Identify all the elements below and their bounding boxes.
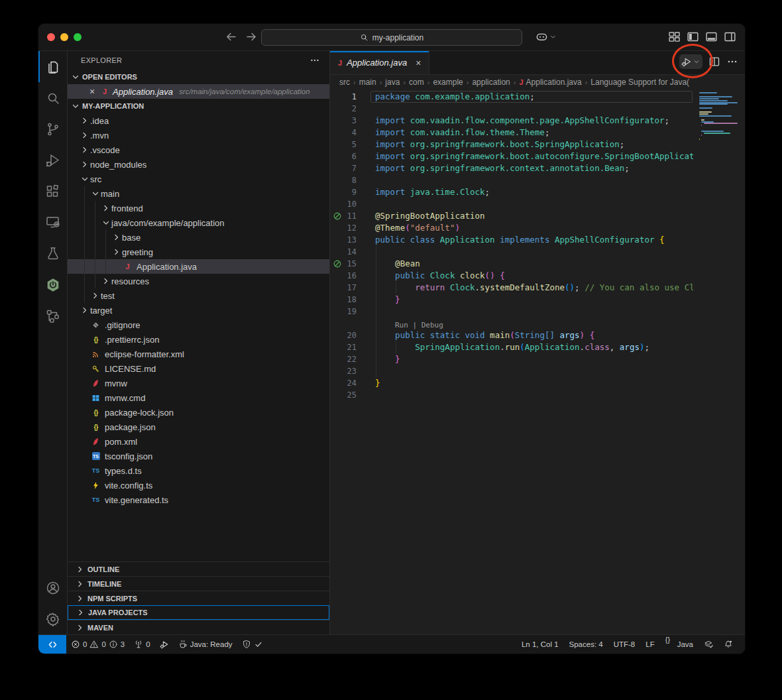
activity-item-testing[interactable] <box>38 238 67 269</box>
tree-item--prettierrc-json[interactable]: {}.prettierrc.json <box>68 332 329 347</box>
tree-item-pom-xml[interactable]: pom.xml <box>68 434 329 449</box>
back-arrow-icon[interactable] <box>225 30 237 43</box>
section-maven[interactable]: MAVEN <box>68 620 329 634</box>
cup-icon <box>178 640 188 649</box>
activity-item-explorer[interactable] <box>38 51 67 82</box>
open-editors-header[interactable]: OPEN EDITORS <box>68 70 329 84</box>
tree-item-node-modules[interactable]: node_modules <box>68 157 329 172</box>
sidebar-bottom-sections: OUTLINETIMELINENPM SCRIPTSJAVA PROJECTSM… <box>68 561 329 634</box>
activity-item-accounts[interactable] <box>38 572 67 603</box>
command-center-search[interactable]: my-application <box>261 29 522 46</box>
breadcrumb-item[interactable]: main <box>359 78 376 87</box>
tree-item-test[interactable]: test <box>68 288 329 303</box>
section-outline[interactable]: OUTLINE <box>68 561 329 576</box>
activity-item-run-and-debug[interactable] <box>38 145 67 176</box>
activity-item-project-graph[interactable] <box>38 300 67 331</box>
breadcrumb-item[interactable]: application <box>472 78 510 87</box>
tree-item-vite-config-ts[interactable]: vite.config.ts <box>68 478 329 493</box>
breadcrumb-item[interactable]: example <box>433 78 463 87</box>
status-language-mode[interactable]: {}Java <box>660 635 698 654</box>
code-line-8: 8 <box>330 174 693 186</box>
tree-item-target[interactable]: target <box>68 303 329 318</box>
tree-item-license-md[interactable]: LICENSE.md <box>68 361 329 376</box>
breadcrumb-item[interactable]: java <box>385 78 400 87</box>
search-icon <box>45 90 61 106</box>
copilot-menu[interactable] <box>535 30 557 43</box>
zoom-window-button[interactable] <box>74 33 82 41</box>
breadcrumb-item[interactable]: JApplication.java <box>519 78 581 87</box>
breadcrumb-label: com <box>409 78 424 87</box>
activity-item-extensions[interactable] <box>38 176 67 207</box>
tree-item-eclipse-formatter-xml[interactable]: eclipse-formatter.xml <box>68 347 329 361</box>
toggle-primary-sidebar-icon[interactable] <box>687 30 699 43</box>
status-formatter-status[interactable] <box>698 635 718 654</box>
status-remote-indicator[interactable] <box>38 635 66 654</box>
tree-item-mvnw[interactable]: mvnw <box>68 376 329 390</box>
tree-item-base[interactable]: base <box>68 230 329 245</box>
tree-item-tsconfig-json[interactable]: TStsconfig.json <box>68 449 329 463</box>
activity-item-spring-boot-dashboard[interactable] <box>38 269 67 300</box>
status-encoding[interactable]: UTF-8 <box>608 635 641 654</box>
minimap-line <box>704 123 738 124</box>
indent-spacer <box>80 422 90 432</box>
tree-item--idea[interactable]: .idea <box>68 113 329 128</box>
tree-item-frontend[interactable]: frontend <box>68 201 329 215</box>
tree-item-greeting[interactable]: greeting <box>68 245 329 259</box>
json-file-icon: {} <box>90 334 101 345</box>
status-problems[interactable]: 003 <box>66 635 129 654</box>
minimize-window-button[interactable] <box>60 33 68 41</box>
code-editor[interactable]: 1package com.example.application;23impor… <box>330 89 745 634</box>
breadcrumb-item[interactable]: src <box>339 78 350 87</box>
tree-item-package-json[interactable]: {}package.json <box>68 420 329 434</box>
chevron-down-icon <box>549 32 557 41</box>
close-icon[interactable]: × <box>416 58 421 68</box>
chevron-down-icon[interactable] <box>693 58 700 66</box>
section-npm-scripts[interactable]: NPM SCRIPTS <box>68 591 329 605</box>
activity-item-source-control[interactable] <box>38 113 67 145</box>
status-workspace-trust[interactable] <box>237 635 268 654</box>
breadcrumb-item[interactable]: Language Support for Java( <box>590 78 689 87</box>
tree-item-application-java[interactable]: JApplication.java <box>68 259 329 274</box>
split-editor-icon[interactable] <box>708 56 720 68</box>
customize-layout-icon[interactable] <box>668 30 681 43</box>
more-actions-icon[interactable] <box>309 55 320 66</box>
activity-item-search[interactable] <box>38 82 67 113</box>
close-window-button[interactable] <box>47 33 55 41</box>
project-root-header[interactable]: MY-APPLICATION <box>68 99 329 113</box>
section-java-projects[interactable]: JAVA PROJECTS <box>68 605 329 620</box>
status-run-java[interactable] <box>155 635 174 654</box>
project-graph-icon <box>45 308 61 324</box>
tree-item-mvnw-cmd[interactable]: mvnw.cmd <box>68 390 329 405</box>
status-notifications[interactable] <box>718 635 738 654</box>
close-icon[interactable]: × <box>87 86 97 97</box>
section-timeline[interactable]: TIMELINE <box>68 576 329 591</box>
tab-application-java[interactable]: J Application.java × <box>330 51 429 74</box>
tree-item--gitignore[interactable]: .gitignore <box>68 318 329 332</box>
line-number: 18 <box>330 294 357 306</box>
tree-item-package-lock-json[interactable]: {}package-lock.json <box>68 405 329 420</box>
status-ports[interactable]: 0 <box>129 635 154 654</box>
toggle-secondary-sidebar-icon[interactable] <box>724 30 736 43</box>
indent-spacer <box>80 334 90 345</box>
breadcrumb-item[interactable]: com <box>409 78 424 87</box>
tree-item-vite-generated-ts[interactable]: TSvite.generated.ts <box>68 493 329 507</box>
tree-item-types-d-ts[interactable]: TStypes.d.ts <box>68 463 329 478</box>
run-java-button[interactable] <box>679 54 702 69</box>
tree-item-src[interactable]: src <box>68 172 329 186</box>
tree-item-java-com-example-application[interactable]: java/com/example/application <box>68 215 329 230</box>
tree-item--mvn[interactable]: .mvn <box>68 128 329 143</box>
more-actions-icon[interactable] <box>726 56 738 68</box>
open-editor-item[interactable]: × J Application.java src/main/java/com/e… <box>68 84 329 99</box>
status-eol[interactable]: LF <box>640 635 659 654</box>
status-indentation[interactable]: Spaces: 4 <box>564 635 608 654</box>
status-cursor-position[interactable]: Ln 1, Col 1 <box>516 635 564 654</box>
tree-item-main[interactable]: main <box>68 186 329 201</box>
indent-spacer <box>80 451 90 461</box>
toggle-panel-icon[interactable] <box>705 30 718 43</box>
forward-arrow-icon[interactable] <box>245 30 258 43</box>
status-java-status[interactable]: Java: Ready <box>174 635 237 654</box>
activity-item-remote-explorer[interactable] <box>38 207 67 238</box>
tree-item-resources[interactable]: resources <box>68 274 329 288</box>
activity-item-settings[interactable] <box>38 603 67 634</box>
tree-item--vscode[interactable]: .vscode <box>68 143 329 157</box>
